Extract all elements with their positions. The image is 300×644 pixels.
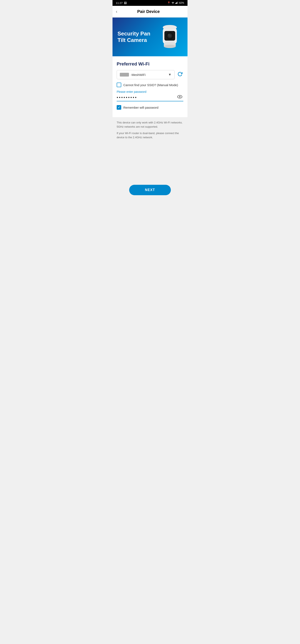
time-display: 11:27 — [116, 2, 123, 4]
svg-point-12 — [168, 34, 169, 36]
info-text-2: If your Wi-Fi router is dual-band, pleas… — [117, 131, 183, 139]
back-button[interactable]: ‹ — [116, 8, 119, 16]
page-header: ‹ Pair Device — [112, 6, 188, 18]
wifi-select-row: -MeshWiFi ▼ — [117, 70, 183, 79]
ssid-redacted-block — [120, 73, 129, 76]
hero-camera-title: Security Pan Tilt Camera — [117, 30, 155, 44]
remember-password-label: Remember wifi password — [123, 106, 158, 109]
password-field-row — [117, 95, 183, 101]
info-text-1: This device can only work with 2.4GHz Wi… — [117, 120, 183, 129]
svg-rect-3 — [177, 2, 177, 4]
svg-point-18 — [180, 96, 180, 97]
next-button[interactable]: NEXT — [129, 185, 171, 195]
location-icon: 📍 — [167, 2, 170, 4]
checkmark-icon: ✓ — [118, 106, 120, 109]
svg-rect-2 — [176, 2, 176, 4]
svg-rect-1 — [175, 3, 176, 4]
remember-password-checkbox[interactable]: ✓ — [117, 105, 121, 110]
svg-point-0 — [173, 4, 173, 4]
svg-point-15 — [164, 45, 176, 48]
section-title-wifi: Preferred Wi-Fi — [117, 61, 183, 67]
chevron-down-icon: ▼ — [168, 73, 171, 76]
manual-mode-label: Cannot find your SSID? (Manual Mode) — [123, 83, 178, 87]
svg-rect-4 — [177, 2, 178, 4]
refresh-button[interactable] — [177, 71, 183, 78]
status-bar: 11:27 🖼 📍 82% — [112, 0, 188, 6]
svg-point-7 — [163, 25, 177, 30]
page-title: Pair Device — [119, 9, 178, 14]
manual-mode-checkbox[interactable] — [117, 82, 121, 87]
main-content: Preferred Wi-Fi -MeshWiFi ▼ Cannot find … — [112, 56, 188, 117]
password-visibility-toggle[interactable] — [176, 95, 183, 100]
status-left: 11:27 🖼 — [116, 2, 127, 4]
remember-password-row[interactable]: ✓ Remember wifi password — [117, 105, 183, 110]
wifi-name-display: -MeshWiFi — [120, 73, 146, 76]
battery-display: 82% — [179, 2, 184, 4]
wifi-dropdown[interactable]: -MeshWiFi ▼ — [117, 70, 175, 79]
password-input[interactable] — [117, 95, 176, 100]
status-right: 📍 82% — [167, 2, 184, 4]
manual-mode-row[interactable]: Cannot find your SSID? (Manual Mode) — [117, 82, 183, 87]
signal-icon — [175, 2, 178, 4]
wifi-icon — [171, 2, 175, 4]
gallery-icon: 🖼 — [124, 2, 127, 4]
info-section: This device can only work with 2.4GHz Wi… — [112, 117, 188, 180]
svg-rect-5 — [178, 2, 178, 4]
wifi-ssid-text: -MeshWiFi — [131, 73, 146, 76]
password-label: Please enter password — [117, 90, 183, 94]
camera-image — [158, 23, 183, 50]
svg-rect-13 — [165, 42, 175, 44]
bottom-bar: NEXT — [112, 180, 188, 202]
hero-banner: Security Pan Tilt Camera — [112, 18, 188, 56]
